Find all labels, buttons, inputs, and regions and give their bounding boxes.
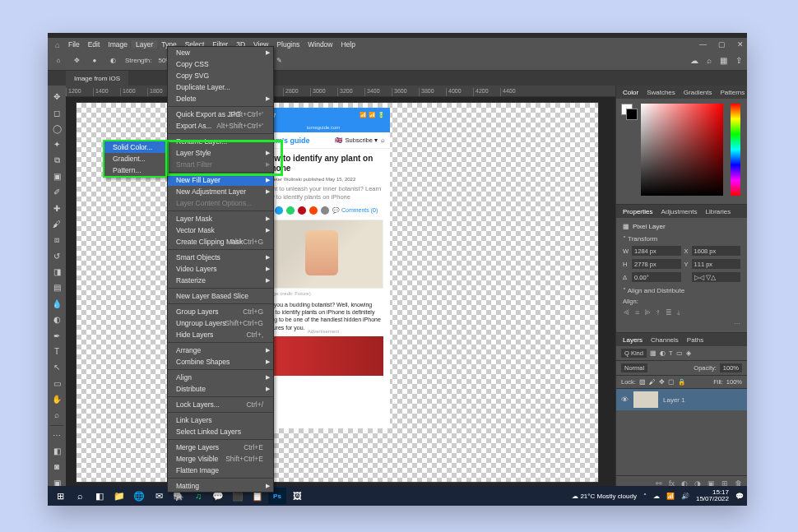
taskview-icon[interactable]: ◧ xyxy=(90,488,109,504)
workspace-icon[interactable]: ▦ xyxy=(720,56,727,65)
zoom-tool-icon[interactable]: ⌕ xyxy=(48,407,66,423)
menu-item[interactable]: New Layer Based Slice xyxy=(168,290,273,302)
menu-item[interactable]: Export As...Alt+Shift+Ctrl+' xyxy=(168,120,273,132)
wand-tool-icon[interactable]: ✦ xyxy=(48,136,66,152)
fg-bg-swatch-icon[interactable]: ◧ xyxy=(48,443,66,459)
menu-edit[interactable]: Edit xyxy=(84,40,104,49)
menu-item[interactable]: Hide LayersCtrl+, xyxy=(168,329,273,340)
heal-tool-icon[interactable]: ✚ xyxy=(48,201,66,216)
menu-item[interactable]: Quick Export as JPGShift+Ctrl+' xyxy=(168,109,273,120)
brush-size-icon[interactable]: ◐ xyxy=(107,55,118,67)
chrome-icon[interactable]: 🌐 xyxy=(130,488,148,504)
menu-plugins[interactable]: Plugins xyxy=(272,40,304,49)
menu-item[interactable]: Arrange▶ xyxy=(168,345,273,356)
tab-color[interactable]: Color xyxy=(623,89,638,96)
blend-mode[interactable]: Normal xyxy=(621,363,647,372)
eraser-tool-icon[interactable]: ◨ xyxy=(48,264,66,280)
stamp-tool-icon[interactable]: ⧇ xyxy=(48,232,66,247)
height-field[interactable]: 2778 px xyxy=(632,259,680,269)
onedrive-icon[interactable]: ☁ xyxy=(653,493,660,500)
menu-item[interactable]: Vector Mask▶ xyxy=(168,224,273,236)
menu-item[interactable]: Ungroup LayersShift+Ctrl+G xyxy=(168,317,273,329)
lock-artboard-icon[interactable]: ▢ xyxy=(668,378,675,386)
tab-swatches[interactable]: Swatches xyxy=(647,89,675,96)
menu-item[interactable]: Merge LayersCtrl+E xyxy=(168,442,273,453)
menu-item[interactable]: Select Linked Layers xyxy=(168,426,273,437)
menu-item[interactable]: New▶ xyxy=(168,47,273,58)
weather-widget[interactable]: ☁ 21°C Mostly cloudy xyxy=(572,493,637,500)
home-icon[interactable]: ⌂ xyxy=(53,55,64,67)
lock-pos-icon[interactable]: ✥ xyxy=(659,378,665,386)
menu-item[interactable]: Matting▶ xyxy=(168,480,273,492)
blur-tool-icon[interactable]: 💧 xyxy=(48,296,66,312)
crop-tool-icon[interactable]: ⧉ xyxy=(48,152,66,168)
menu-item[interactable]: Merge VisibleShift+Ctrl+E xyxy=(168,453,273,465)
angle-field[interactable]: 0.00° xyxy=(632,272,680,282)
lock-all-icon[interactable]: 🔒 xyxy=(678,378,685,386)
tab-channels[interactable]: Channels xyxy=(651,336,679,344)
start-icon[interactable]: ⊞ xyxy=(51,488,69,504)
menu-item[interactable]: New Adjustment Layer▶ xyxy=(168,186,273,197)
mail-icon[interactable]: ✉ xyxy=(150,488,168,504)
menu-item[interactable]: Combine Shapes▶ xyxy=(168,356,273,368)
maximize-icon[interactable]: ▢ xyxy=(718,40,726,49)
edit-toolbar-icon[interactable]: ⋯ xyxy=(48,428,66,443)
tab-paths[interactable]: Paths xyxy=(687,336,703,344)
quickmask-icon[interactable]: ◙ xyxy=(48,459,66,474)
submenu-item[interactable]: Pattern... xyxy=(104,164,165,176)
menu-item[interactable]: Lock Layers...Ctrl+/ xyxy=(168,399,273,410)
pen-tool-icon[interactable]: ✒ xyxy=(48,327,66,343)
menu-item[interactable]: Smart Objects▶ xyxy=(168,252,273,263)
lasso-tool-icon[interactable]: ◯ xyxy=(48,121,66,136)
menu-item[interactable]: Link Layers xyxy=(168,414,273,426)
width-field[interactable]: 1284 px xyxy=(632,246,680,256)
dodge-tool-icon[interactable]: ◐ xyxy=(48,312,66,327)
color-field[interactable] xyxy=(641,104,723,196)
cloud-icon[interactable]: ☁ xyxy=(690,56,698,65)
brush-tool-icon[interactable]: 🖌 xyxy=(48,216,66,232)
submenu-item[interactable]: Gradient... xyxy=(104,153,165,164)
opacity-field[interactable]: 100% xyxy=(720,363,742,372)
filter-smart-icon[interactable]: ◈ xyxy=(686,349,691,357)
tab-patterns[interactable]: Patterns xyxy=(721,89,745,96)
photos-icon[interactable]: 🖼 xyxy=(288,488,306,504)
brush-preview-icon[interactable]: ● xyxy=(89,55,100,67)
explorer-icon[interactable]: 📁 xyxy=(110,488,128,504)
menu-item[interactable]: Rasterize▶ xyxy=(168,275,273,286)
marquee-tool-icon[interactable]: ◻ xyxy=(48,104,66,120)
notifications-icon[interactable]: 💬 xyxy=(735,493,744,500)
menu-item[interactable]: Layer Mask▶ xyxy=(168,213,273,224)
flip-icons[interactable]: ▷◁ ▽△ xyxy=(692,272,740,282)
align-buttons[interactable]: ⫷≡⫸⫯≣⫰ xyxy=(623,308,740,317)
search-icon[interactable]: ⌕ xyxy=(707,56,712,65)
menu-item[interactable]: Copy CSS xyxy=(168,58,273,70)
menu-item[interactable]: Video Layers▶ xyxy=(168,263,273,275)
close-icon[interactable]: ✕ xyxy=(737,40,744,49)
hue-slider[interactable] xyxy=(731,104,740,196)
visibility-icon[interactable]: 👁 xyxy=(621,396,629,404)
eyedropper-tool-icon[interactable]: ✐ xyxy=(48,184,66,200)
menu-layer[interactable]: Layer xyxy=(132,40,157,49)
menu-item[interactable]: Group LayersCtrl+G xyxy=(168,306,273,317)
tab-gradients[interactable]: Gradients xyxy=(684,89,712,96)
menu-help[interactable]: Help xyxy=(336,40,359,49)
move-tool-icon[interactable]: ✥ xyxy=(48,89,66,104)
tool-icon[interactable]: ✥ xyxy=(71,55,82,67)
menu-item[interactable]: Distribute▶ xyxy=(168,383,273,395)
fill-field[interactable]: 100% xyxy=(726,378,742,386)
tab-layers[interactable]: Layers xyxy=(623,336,643,344)
align-header[interactable]: ˅ Align and Distribute xyxy=(623,287,740,294)
share-icon[interactable]: ⇪ xyxy=(735,56,742,65)
menu-window[interactable]: Window xyxy=(304,40,336,49)
layer-name[interactable]: Layer 1 xyxy=(663,396,685,404)
hand-tool-icon[interactable]: ✋ xyxy=(48,391,66,407)
gradient-tool-icon[interactable]: ▤ xyxy=(48,280,66,295)
filter-shape-icon[interactable]: ▭ xyxy=(676,349,683,357)
history-brush-icon[interactable]: ↺ xyxy=(48,248,66,264)
tab-properties[interactable]: Properties xyxy=(623,208,652,215)
menu-item[interactable]: New Fill Layer▶ xyxy=(168,174,273,186)
x-field[interactable]: 1608 px xyxy=(692,246,740,256)
path-tool-icon[interactable]: ↖ xyxy=(48,359,66,375)
tray-chevron-icon[interactable]: ˄ xyxy=(643,493,647,500)
frame-tool-icon[interactable]: ▣ xyxy=(48,169,66,184)
